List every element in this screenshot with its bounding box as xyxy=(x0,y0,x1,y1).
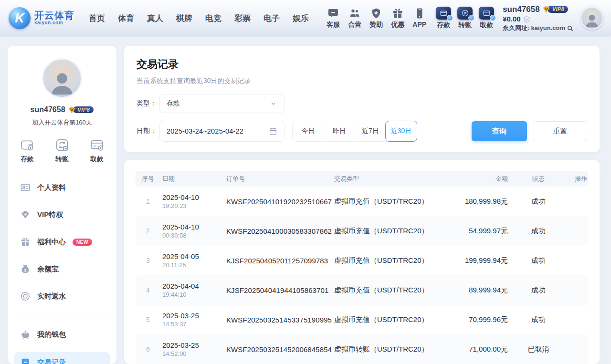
row-order-number: KJSF202504041944105863701 xyxy=(224,286,332,294)
wallet-icon xyxy=(20,329,31,340)
search-icon[interactable] xyxy=(567,25,574,32)
col-action: 操作 xyxy=(567,175,588,183)
table-row: 2 2025-04-10 00:30:58 KWSF20250410003058… xyxy=(136,216,588,246)
site-logo[interactable]: K 开云体育 kaiyun.com xyxy=(9,7,74,29)
transactions-table: 序号 日期 订单号 交易类型 金额 状态 操作 1 2025-04-10 19:… xyxy=(124,160,600,364)
topbar-utility-item[interactable]: 客服 xyxy=(327,8,340,29)
row-transaction-type: 虚拟币充值（USDT/TRC20） xyxy=(332,286,448,295)
nav-item[interactable]: 体育 xyxy=(118,13,134,24)
nav-item[interactable]: 首页 xyxy=(89,13,105,24)
sidebar-menu-item[interactable]: 交易记录 xyxy=(14,352,110,364)
withdraw-cube-icon xyxy=(479,7,494,20)
person-icon xyxy=(584,12,600,29)
topbar-utility-item[interactable]: 优惠 xyxy=(391,8,404,29)
row-index: 1 xyxy=(136,198,160,205)
username: sun47658 xyxy=(503,4,540,14)
transaction-type-select[interactable]: 存款 xyxy=(159,94,284,113)
date-range-value: 2025-03-24~2025-04-22 xyxy=(167,127,269,135)
chevron-down-icon xyxy=(270,100,277,107)
topbar-utility-item[interactable]: 赞助 xyxy=(369,8,383,29)
new-badge: NEW xyxy=(73,239,92,246)
row-status: 已取消 xyxy=(510,345,567,354)
row-index: 4 xyxy=(136,286,160,294)
sidebar-menu-item[interactable]: 福利中心 NEW xyxy=(14,232,110,251)
sidebar-menu-item[interactable]: 实时返水 xyxy=(14,287,110,306)
sidebar-menu: 个人资料 VIP特权 福利中心 NEW 余额宝 xyxy=(14,178,110,306)
col-index: 序号 xyxy=(136,175,160,183)
row-transaction-type: 虚拟币充值（USDT/TRC20） xyxy=(332,256,448,265)
nav-item[interactable]: 彩票 xyxy=(234,13,251,24)
date-range-button[interactable]: 近7日 xyxy=(355,121,386,141)
table-row: 6 2025-03-25 14:52:00 KWSF20250325145200… xyxy=(136,334,588,364)
records-icon xyxy=(20,357,31,364)
sidebar-menu-item[interactable]: 余额宝 xyxy=(14,260,110,279)
col-amount: 金额 xyxy=(448,175,510,183)
app-icon xyxy=(414,8,425,19)
user-info: sun47658 VIP8 ¥0.00 永久网址: kaiyun.com xyxy=(503,4,574,32)
reset-button[interactable]: 重置 xyxy=(533,121,587,141)
permanent-url-label: 永久网址: xyxy=(503,24,529,32)
row-order-number: KWSF202504101920232510667 xyxy=(224,198,332,206)
nav-item[interactable]: 娱乐 xyxy=(293,13,309,24)
vip-v-icon xyxy=(68,106,76,114)
date-range-input[interactable]: 2025-03-24~2025-04-22 xyxy=(159,121,284,142)
col-status: 状态 xyxy=(510,175,567,183)
refresh-balance-icon[interactable] xyxy=(523,16,530,23)
search-button[interactable]: 查询 xyxy=(472,121,527,141)
yuebao-icon xyxy=(20,264,31,274)
vip-badge[interactable]: VIP8 xyxy=(542,5,569,13)
profile-icon xyxy=(20,182,31,193)
transfer-cube-icon xyxy=(457,7,473,20)
selected-type: 存款 xyxy=(167,99,270,108)
page-content: sun47658 VIP8 加入开云体育第160天 存款 转账 xyxy=(0,36,611,364)
row-index: 2 xyxy=(136,227,160,235)
topbar-wallet-button[interactable]: 转账 xyxy=(457,7,473,30)
topbar-wallet-button[interactable]: 存款 xyxy=(436,7,451,30)
withdraw-outline-icon xyxy=(90,138,104,152)
topbar-wallet-button[interactable]: 取款 xyxy=(479,7,494,30)
quick-action-button[interactable]: 取款 xyxy=(90,138,104,164)
row-amount: 180,999.98元 xyxy=(448,197,510,206)
table-row: 4 2025-04-04 19:44:10 KJSF20250404194410… xyxy=(136,275,588,305)
nav-item[interactable]: 棋牌 xyxy=(176,13,192,24)
sidebar-avatar[interactable] xyxy=(42,58,82,98)
row-transaction-type: 虚拟币充值（USDT/TRC20） xyxy=(332,197,448,206)
topbar-utility-item[interactable]: 合营 xyxy=(348,8,361,29)
sidebar-menu-item[interactable]: 我的钱包 xyxy=(14,325,110,344)
row-date: 2025-03-25 14:52:00 xyxy=(160,341,224,357)
row-index: 6 xyxy=(136,345,160,353)
col-type: 交易类型 xyxy=(332,175,448,183)
row-status: 成功 xyxy=(510,315,567,324)
row-amount: 70,999.96元 xyxy=(448,315,510,324)
vip-badge[interactable]: VIP8 xyxy=(68,106,94,114)
row-amount: 199,999.94元 xyxy=(448,256,510,265)
transfer-outline-icon xyxy=(55,138,69,152)
row-status: 成功 xyxy=(510,197,567,206)
sidebar-menu-item[interactable]: 个人资料 xyxy=(14,178,110,197)
row-date: 2025-04-05 20:11:25 xyxy=(160,252,224,269)
date-range-button[interactable]: 今日 xyxy=(293,121,324,141)
quick-action-button[interactable]: 存款 xyxy=(20,138,34,164)
row-transaction-type: 虚拟币充值（USDT/TRC20） xyxy=(332,315,448,324)
row-status: 成功 xyxy=(510,227,567,236)
quick-action-button[interactable]: 转账 xyxy=(55,138,69,164)
col-order: 订单号 xyxy=(224,175,332,183)
topbar-utility-item[interactable]: APP xyxy=(412,8,426,29)
table-header: 序号 日期 订单号 交易类型 金额 状态 操作 xyxy=(136,171,588,187)
nav-item[interactable]: 电子 xyxy=(263,13,280,24)
quick-actions: 存款 转账 取款 xyxy=(14,138,110,164)
date-range-button[interactable]: 昨日 xyxy=(324,121,355,141)
nav-item[interactable]: 电竞 xyxy=(205,13,221,24)
row-order-number: KWSF202503251452006845854 xyxy=(224,345,332,354)
nav-item[interactable]: 真人 xyxy=(147,13,163,24)
row-amount: 71,000.00元 xyxy=(448,345,510,354)
row-date: 2025-04-10 00:30:58 xyxy=(160,223,224,239)
user-avatar[interactable] xyxy=(580,7,603,30)
sidebar-menu-item[interactable]: VIP特权 xyxy=(14,205,110,224)
vip-v-icon xyxy=(542,5,550,13)
divider xyxy=(16,314,108,314)
row-order-number: KJSF202504052011257099783 xyxy=(224,257,332,265)
table-body: 1 2025-04-10 19:20:23 KWSF20250410192023… xyxy=(136,187,588,364)
date-range-button[interactable]: 近30日 xyxy=(385,121,417,142)
logo-icon: K xyxy=(9,7,31,29)
